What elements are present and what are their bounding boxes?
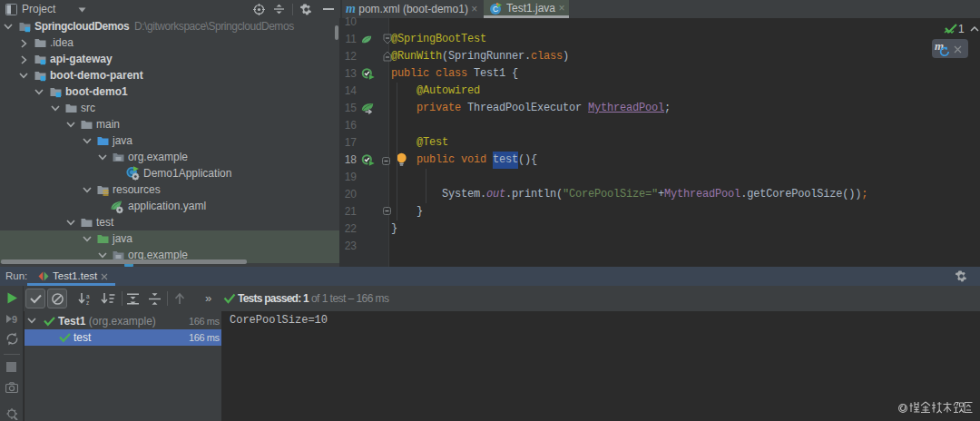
svg-text:z: z [86, 299, 89, 306]
svg-text:9: 9 [12, 314, 17, 325]
